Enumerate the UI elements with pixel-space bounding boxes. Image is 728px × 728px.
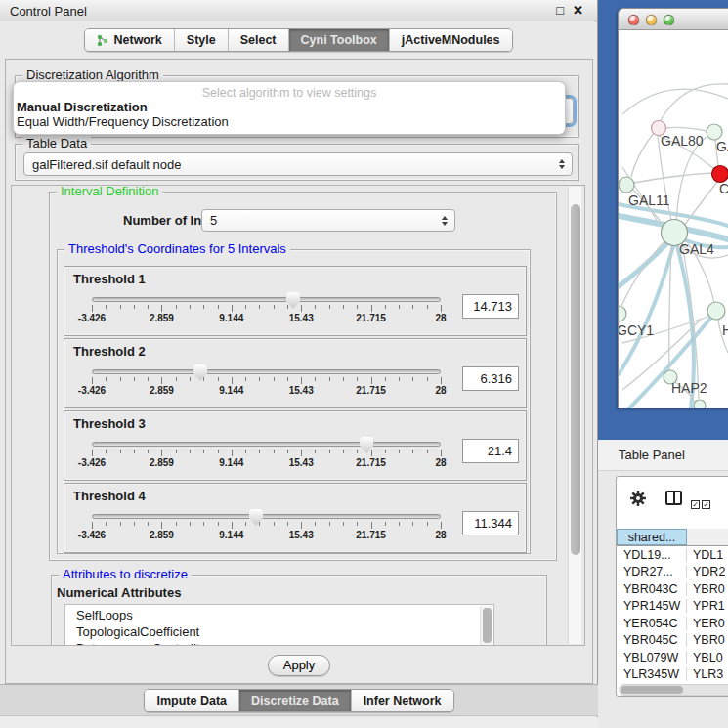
threshold-value-field[interactable]: 6.316 bbox=[462, 366, 519, 391]
name-cell[interactable]: YLR3 bbox=[687, 667, 723, 681]
threshold-slider[interactable]: -3.4262.8599.14415.4321.71528 bbox=[92, 369, 441, 397]
network-canvas[interactable]: GAL80GACGAL11GAL4GCY1HHAP2 bbox=[619, 30, 728, 408]
node-top-right[interactable] bbox=[707, 124, 722, 140]
checkbox-icon[interactable]: ✓ bbox=[691, 500, 700, 509]
tick-label: 15.43 bbox=[289, 385, 314, 396]
shared-name-cell[interactable]: YPR145W bbox=[617, 599, 687, 613]
node-selected-red[interactable] bbox=[712, 166, 728, 183]
algorithm-option[interactable]: Manual Discretization bbox=[17, 100, 148, 114]
network-view-window[interactable]: GAL80GACGAL11GAL4GCY1HHAP2 bbox=[618, 8, 728, 408]
node-gal11[interactable] bbox=[619, 177, 634, 193]
column-header[interactable]: shared... bbox=[617, 529, 687, 545]
attribute-list-item[interactable]: TopologicalCoefficient bbox=[65, 623, 493, 640]
shared-name-cell[interactable]: YBR045C bbox=[617, 633, 687, 647]
scrollbar-thumb[interactable] bbox=[621, 686, 683, 694]
table-panel-title: Table Panel bbox=[619, 448, 685, 462]
threshold-value-field[interactable]: 14.713 bbox=[462, 294, 519, 319]
numerical-attributes-label: Numerical Attributes bbox=[57, 585, 181, 600]
threshold-value-field[interactable]: 21.4 bbox=[462, 439, 519, 463]
tick-label: 21.715 bbox=[356, 457, 386, 468]
gear-icon[interactable] bbox=[629, 490, 647, 507]
tick-label: 9.144 bbox=[219, 385, 243, 396]
table-panel: Table Panel ✓✓ shared...na YDL19...YDL1Y… bbox=[598, 440, 728, 728]
shared-name-cell[interactable]: YLR345W bbox=[617, 667, 687, 681]
float-window-icon[interactable]: □ bbox=[556, 3, 564, 18]
node-label: GA bbox=[716, 139, 728, 154]
threshold-label: Threshold 4 bbox=[73, 489, 146, 503]
minimize-traffic-light-icon[interactable] bbox=[646, 15, 657, 25]
table-row[interactable]: YER054CYER0 bbox=[617, 615, 728, 632]
vertical-scrollbar[interactable] bbox=[568, 187, 581, 644]
threshold-slider[interactable]: -3.4262.8599.14415.4321.71528 bbox=[92, 297, 441, 324]
threshold-slider[interactable]: -3.4262.8599.14415.4321.71528 bbox=[92, 442, 441, 469]
table-row[interactable]: YBR043CYBR0 bbox=[617, 580, 728, 598]
tab-label: Impute Data bbox=[156, 694, 227, 707]
shared-name-cell[interactable]: YDL19... bbox=[617, 548, 687, 562]
node-bottom[interactable] bbox=[694, 400, 706, 408]
shared-name-cell[interactable]: YDR27... bbox=[617, 565, 687, 578]
name-cell[interactable]: YBL0 bbox=[687, 651, 723, 664]
column-header[interactable]: na bbox=[687, 529, 728, 545]
node-label: C bbox=[719, 181, 728, 196]
threshold-value-field[interactable]: 11.344 bbox=[462, 511, 519, 535]
tick-label: 15.43 bbox=[289, 530, 314, 540]
algorithm-option[interactable]: Equal Width/Frequency Discretization bbox=[17, 114, 229, 129]
tab-jactivemnodules[interactable]: jActiveMNodules bbox=[389, 29, 512, 51]
node-h[interactable] bbox=[707, 302, 725, 320]
apply-button[interactable]: Apply bbox=[268, 655, 331, 676]
table-data-combobox[interactable]: galFiltered.sif default node bbox=[23, 152, 573, 176]
attributes-scrollbar[interactable] bbox=[480, 606, 492, 645]
shared-name-cell[interactable]: YBL079W bbox=[617, 651, 687, 664]
table-row[interactable]: YDL19...YDL1 bbox=[617, 546, 728, 564]
horizontal-scrollbar[interactable] bbox=[619, 684, 728, 696]
network-edge bbox=[631, 133, 654, 177]
threshold-panel: Threshold 3-3.4262.8599.14415.4321.71528… bbox=[64, 410, 527, 481]
slider-track[interactable] bbox=[92, 442, 441, 447]
node-gcy1[interactable] bbox=[619, 306, 626, 321]
tick-label: -3.426 bbox=[78, 385, 106, 396]
zoom-traffic-light-icon[interactable] bbox=[664, 15, 674, 25]
name-cell[interactable]: YER0 bbox=[687, 617, 725, 630]
threshold-slider[interactable]: -3.4262.8599.14415.4321.71528 bbox=[92, 514, 441, 541]
threshold-panel: Threshold 4-3.4262.8599.14415.4321.71528… bbox=[64, 483, 527, 553]
settings-scrollpane: Interval Definition Number of Intervals … bbox=[11, 185, 585, 646]
tab-network[interactable]: Network bbox=[85, 29, 173, 51]
tab-discretize-data[interactable]: Discretize Data bbox=[238, 690, 351, 711]
name-cell[interactable]: YBR0 bbox=[687, 633, 725, 647]
table-row[interactable]: YLR345WYLR3 bbox=[617, 666, 728, 684]
tick-label: 2.859 bbox=[150, 385, 174, 396]
name-cell[interactable]: YPR1 bbox=[687, 599, 725, 613]
slider-track[interactable] bbox=[92, 514, 441, 519]
shared-name-cell[interactable]: YBR043C bbox=[617, 582, 687, 596]
close-traffic-light-icon[interactable] bbox=[628, 15, 639, 25]
slider-track[interactable] bbox=[92, 297, 441, 302]
table-row[interactable]: YBR045CYBR0 bbox=[617, 632, 728, 650]
scrollbar-thumb[interactable] bbox=[571, 204, 580, 555]
shared-name-cell[interactable]: YER054C bbox=[617, 617, 687, 630]
num-intervals-combobox[interactable]: 5 bbox=[201, 209, 455, 232]
attribute-list-item[interactable]: SelfLoops bbox=[65, 607, 493, 623]
tab-cyni-toolbox[interactable]: Cyni Toolbox bbox=[288, 29, 389, 51]
algorithm-dropdown-popup: Select algorithm to view settings Manual… bbox=[13, 81, 566, 135]
slider-track[interactable] bbox=[92, 369, 441, 374]
select-columns-checkboxes[interactable]: ✓✓ bbox=[691, 493, 712, 511]
name-cell[interactable]: YBR0 bbox=[687, 582, 725, 596]
tab-select[interactable]: Select bbox=[228, 29, 288, 51]
table-row[interactable]: YPR145WYPR1 bbox=[617, 598, 728, 616]
tick-label: 15.43 bbox=[289, 313, 314, 323]
numerical-attributes-list[interactable]: SelfLoopsTopologicalCoefficientBetweenne… bbox=[64, 604, 494, 646]
table-data-value: galFiltered.sif default node bbox=[24, 157, 181, 172]
node-label: GAL80 bbox=[661, 133, 704, 149]
tab-infer-network[interactable]: Infer Network bbox=[351, 690, 453, 711]
tick-label: 28 bbox=[435, 530, 446, 540]
tab-style[interactable]: Style bbox=[174, 29, 228, 51]
close-icon[interactable]: ✕ bbox=[573, 3, 583, 18]
columns-icon[interactable] bbox=[665, 491, 682, 505]
table-row[interactable]: YDR27...YDR2 bbox=[617, 564, 728, 581]
tab-impute-data[interactable]: Impute Data bbox=[145, 690, 238, 711]
checkbox-icon[interactable]: ✓ bbox=[702, 500, 710, 509]
tick-label: 9.144 bbox=[219, 530, 243, 540]
table-row[interactable]: YBL079WYBL0 bbox=[617, 649, 728, 666]
name-cell[interactable]: YDL1 bbox=[687, 548, 723, 562]
name-cell[interactable]: YDR2 bbox=[687, 565, 725, 578]
